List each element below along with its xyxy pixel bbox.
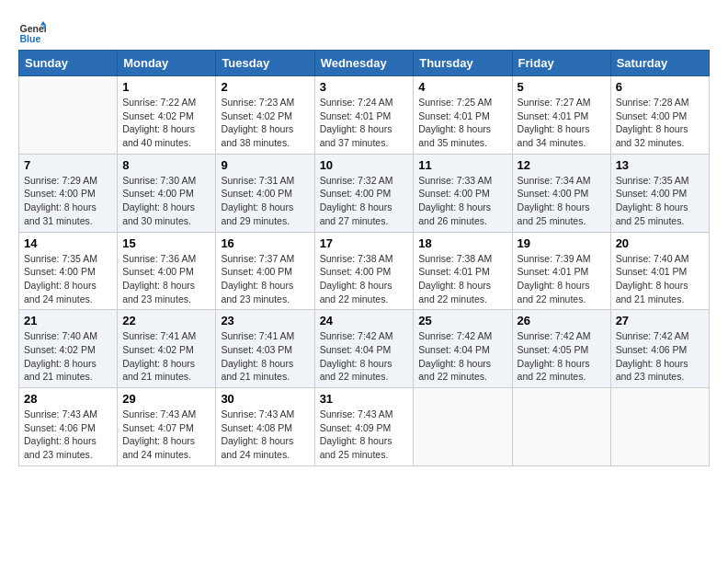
day-number: 24 (320, 314, 409, 327)
day-info: Sunrise: 7:28 AM Sunset: 4:00 PM Dayligh… (616, 96, 704, 150)
day-number: 14 (24, 236, 112, 250)
header: General Blue (18, 18, 710, 46)
day-info: Sunrise: 7:37 AM Sunset: 4:00 PM Dayligh… (221, 252, 309, 306)
day-info: Sunrise: 7:22 AM Sunset: 4:02 PM Dayligh… (122, 96, 210, 150)
day-cell: 21Sunrise: 7:40 AM Sunset: 4:02 PM Dayli… (19, 310, 118, 388)
day-cell (19, 76, 118, 155)
day-cell: 2Sunrise: 7:23 AM Sunset: 4:02 PM Daylig… (216, 76, 314, 155)
day-number: 20 (616, 236, 704, 250)
day-info: Sunrise: 7:41 AM Sunset: 4:03 PM Dayligh… (221, 329, 309, 384)
day-cell: 15Sunrise: 7:36 AM Sunset: 4:00 PM Dayli… (118, 232, 216, 310)
day-number: 2 (221, 80, 309, 94)
day-cell: 23Sunrise: 7:41 AM Sunset: 4:03 PM Dayli… (216, 310, 314, 388)
day-number: 15 (122, 236, 210, 250)
day-number: 1 (122, 80, 210, 94)
day-info: Sunrise: 7:29 AM Sunset: 4:00 PM Dayligh… (24, 174, 112, 228)
day-info: Sunrise: 7:42 AM Sunset: 4:04 PM Dayligh… (320, 329, 409, 384)
day-info: Sunrise: 7:43 AM Sunset: 4:06 PM Dayligh… (24, 408, 112, 462)
day-number: 31 (320, 392, 409, 406)
day-info: Sunrise: 7:27 AM Sunset: 4:01 PM Dayligh… (518, 96, 606, 150)
column-header-monday: Monday (118, 51, 216, 76)
week-row-5: 28Sunrise: 7:43 AM Sunset: 4:06 PM Dayli… (19, 388, 710, 466)
logo-icon: General Blue (18, 18, 46, 46)
day-number: 23 (221, 314, 309, 327)
day-info: Sunrise: 7:40 AM Sunset: 4:01 PM Dayligh… (616, 252, 704, 306)
day-cell: 11Sunrise: 7:33 AM Sunset: 4:00 PM Dayli… (414, 154, 512, 232)
day-cell: 29Sunrise: 7:43 AM Sunset: 4:07 PM Dayli… (118, 388, 216, 466)
day-cell: 27Sunrise: 7:42 AM Sunset: 4:06 PM Dayli… (610, 310, 709, 388)
day-cell: 7Sunrise: 7:29 AM Sunset: 4:00 PM Daylig… (19, 154, 118, 232)
day-cell: 9Sunrise: 7:31 AM Sunset: 4:00 PM Daylig… (216, 154, 314, 232)
day-cell: 17Sunrise: 7:38 AM Sunset: 4:00 PM Dayli… (314, 232, 414, 310)
day-number: 12 (518, 158, 606, 172)
day-number: 29 (122, 392, 210, 406)
day-number: 13 (616, 158, 704, 172)
week-row-1: 1Sunrise: 7:22 AM Sunset: 4:02 PM Daylig… (19, 76, 710, 155)
column-header-wednesday: Wednesday (314, 51, 414, 76)
day-cell: 31Sunrise: 7:43 AM Sunset: 4:09 PM Dayli… (314, 388, 414, 466)
day-cell (512, 388, 610, 466)
day-info: Sunrise: 7:40 AM Sunset: 4:02 PM Dayligh… (24, 329, 112, 384)
day-cell: 26Sunrise: 7:42 AM Sunset: 4:05 PM Dayli… (512, 310, 610, 388)
day-number: 22 (122, 314, 210, 327)
day-number: 11 (418, 158, 506, 172)
day-number: 7 (24, 158, 112, 172)
day-cell: 10Sunrise: 7:32 AM Sunset: 4:00 PM Dayli… (314, 154, 414, 232)
column-header-saturday: Saturday (610, 51, 709, 76)
day-info: Sunrise: 7:43 AM Sunset: 4:08 PM Dayligh… (221, 408, 309, 462)
day-number: 28 (24, 392, 112, 406)
day-info: Sunrise: 7:23 AM Sunset: 4:02 PM Dayligh… (221, 96, 309, 150)
week-row-2: 7Sunrise: 7:29 AM Sunset: 4:00 PM Daylig… (19, 154, 710, 232)
day-info: Sunrise: 7:42 AM Sunset: 4:05 PM Dayligh… (518, 329, 606, 384)
day-number: 5 (518, 80, 606, 94)
day-info: Sunrise: 7:35 AM Sunset: 4:00 PM Dayligh… (24, 252, 112, 306)
day-cell: 28Sunrise: 7:43 AM Sunset: 4:06 PM Dayli… (19, 388, 118, 466)
day-cell: 3Sunrise: 7:24 AM Sunset: 4:01 PM Daylig… (314, 76, 414, 155)
day-cell: 12Sunrise: 7:34 AM Sunset: 4:00 PM Dayli… (512, 154, 610, 232)
day-number: 9 (221, 158, 309, 172)
day-info: Sunrise: 7:43 AM Sunset: 4:09 PM Dayligh… (320, 408, 409, 462)
day-number: 16 (221, 236, 309, 250)
day-cell: 24Sunrise: 7:42 AM Sunset: 4:04 PM Dayli… (314, 310, 414, 388)
svg-text:Blue: Blue (20, 33, 41, 44)
day-cell: 4Sunrise: 7:25 AM Sunset: 4:01 PM Daylig… (414, 76, 512, 155)
day-cell: 20Sunrise: 7:40 AM Sunset: 4:01 PM Dayli… (610, 232, 709, 310)
day-info: Sunrise: 7:41 AM Sunset: 4:02 PM Dayligh… (122, 329, 210, 384)
day-cell: 14Sunrise: 7:35 AM Sunset: 4:00 PM Dayli… (19, 232, 118, 310)
column-header-tuesday: Tuesday (216, 51, 314, 76)
day-number: 26 (518, 314, 606, 327)
day-number: 17 (320, 236, 409, 250)
day-info: Sunrise: 7:25 AM Sunset: 4:01 PM Dayligh… (418, 96, 506, 150)
day-cell: 30Sunrise: 7:43 AM Sunset: 4:08 PM Dayli… (216, 388, 314, 466)
day-cell: 8Sunrise: 7:30 AM Sunset: 4:00 PM Daylig… (118, 154, 216, 232)
calendar-table: SundayMondayTuesdayWednesdayThursdayFrid… (18, 50, 710, 466)
day-cell: 22Sunrise: 7:41 AM Sunset: 4:02 PM Dayli… (118, 310, 216, 388)
day-cell (610, 388, 709, 466)
day-info: Sunrise: 7:38 AM Sunset: 4:00 PM Dayligh… (320, 252, 409, 306)
logo: General Blue (18, 18, 48, 46)
day-cell: 6Sunrise: 7:28 AM Sunset: 4:00 PM Daylig… (610, 76, 709, 155)
week-row-3: 14Sunrise: 7:35 AM Sunset: 4:00 PM Dayli… (19, 232, 710, 310)
day-number: 25 (418, 314, 506, 327)
day-info: Sunrise: 7:32 AM Sunset: 4:00 PM Dayligh… (320, 174, 409, 228)
day-number: 3 (320, 80, 409, 94)
day-number: 21 (24, 314, 112, 327)
day-cell (414, 388, 512, 466)
day-info: Sunrise: 7:30 AM Sunset: 4:00 PM Dayligh… (122, 174, 210, 228)
day-info: Sunrise: 7:31 AM Sunset: 4:00 PM Dayligh… (221, 174, 309, 228)
day-info: Sunrise: 7:43 AM Sunset: 4:07 PM Dayligh… (122, 408, 210, 462)
day-number: 30 (221, 392, 309, 406)
day-info: Sunrise: 7:35 AM Sunset: 4:00 PM Dayligh… (616, 174, 704, 228)
day-cell: 16Sunrise: 7:37 AM Sunset: 4:00 PM Dayli… (216, 232, 314, 310)
day-info: Sunrise: 7:39 AM Sunset: 4:01 PM Dayligh… (518, 252, 606, 306)
day-info: Sunrise: 7:36 AM Sunset: 4:00 PM Dayligh… (122, 252, 210, 306)
page-container: General Blue SundayMondayTuesdayWednesda… (18, 18, 710, 466)
day-number: 6 (616, 80, 704, 94)
column-header-sunday: Sunday (19, 51, 118, 76)
week-row-4: 21Sunrise: 7:40 AM Sunset: 4:02 PM Dayli… (19, 310, 710, 388)
day-cell: 25Sunrise: 7:42 AM Sunset: 4:04 PM Dayli… (414, 310, 512, 388)
day-cell: 1Sunrise: 7:22 AM Sunset: 4:02 PM Daylig… (118, 76, 216, 155)
day-number: 19 (518, 236, 606, 250)
day-cell: 5Sunrise: 7:27 AM Sunset: 4:01 PM Daylig… (512, 76, 610, 155)
column-header-thursday: Thursday (414, 51, 512, 76)
